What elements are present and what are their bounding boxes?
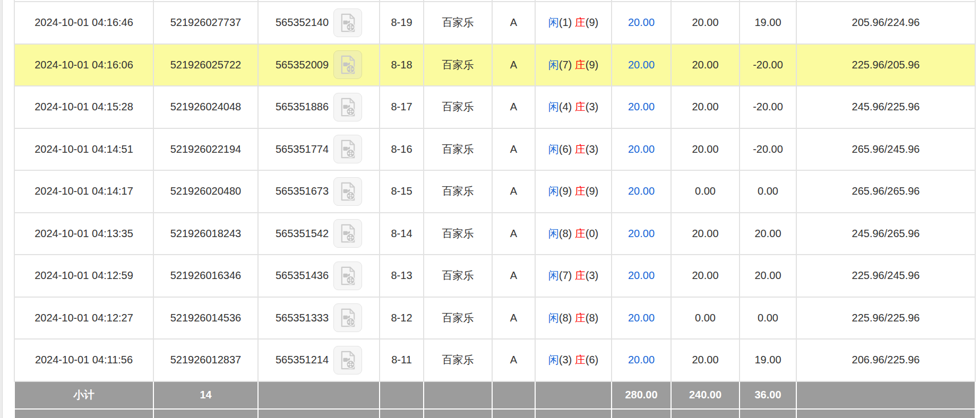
player-result-score: (7) [559,59,572,71]
winloss-cell: 19.00 [740,2,796,44]
game-id-text: 565352009 [276,59,329,71]
player-result-score: (4) [559,101,572,112]
player-result-label: 闲 [548,312,559,324]
record-row[interactable]: 2024-10-01 04:12:27521926014536565351333… [14,297,975,339]
video-replay-button[interactable] [333,93,362,121]
banker-result-label: 庄 [575,228,586,239]
game-id-cell: 565351673 [258,170,380,213]
game-id-group: 565351436 [259,262,379,290]
grade-cell: A [492,128,535,171]
game-id-cell: 565351436 [258,255,380,297]
record-row[interactable]: 2024-10-01 04:14:51521926022194565351774… [14,128,975,171]
video-replay-button[interactable] [333,303,362,332]
round-cell: 8-16 [380,128,424,171]
game-id-group: 565351886 [259,93,379,121]
bet-amount-link[interactable]: 20.00 [628,269,655,281]
balance-cell: 225.96/205.96 [796,44,975,86]
banker-result-label: 庄 [575,354,586,365]
player-result-score: (9) [559,185,572,197]
result-cell: 闲(7) 庄(3) [535,255,612,297]
video-replay-button[interactable] [333,8,362,37]
record-row[interactable]: 2024-10-01 04:14:17521926020480565351673… [14,170,975,213]
game-id-cell: 565351333 [258,297,380,339]
time-cell: 2024-10-01 04:15:28 [14,86,153,128]
game-id-text: 565351673 [276,185,329,197]
grade-cell: A [492,339,535,381]
video-replay-button[interactable] [333,135,362,163]
player-result-score: (3) [559,354,572,365]
time-cell: 2024-10-01 04:16:06 [14,44,153,86]
banker-result-label: 庄 [575,143,586,155]
bet-amount-cell: 20.00 [612,213,671,255]
bet-amount-link[interactable]: 20.00 [628,312,655,324]
banker-result-label: 庄 [575,59,586,71]
player-result-label: 闲 [548,228,559,239]
game-id-text: 565351542 [276,228,329,240]
video-replay-button[interactable] [333,50,362,79]
player-result-label: 闲 [548,354,559,365]
records-body: 2024-10-01 04:16:46521926027737565352140… [14,0,975,418]
record-row[interactable]: 2024-10-01 04:11:56521926012837565351214… [14,339,975,381]
bet-amount-cell: 20.00 [612,297,671,339]
valid-amount-cell: 0.00 [671,297,740,339]
result-cell: 闲(3) 庄(6) [535,339,612,381]
game-id-cell: 565351886 [258,86,380,128]
winloss-cell: 19.00 [740,339,796,381]
game-id-text: 565351774 [276,143,329,155]
record-row[interactable]: 2024-10-01 04:16:06521926025722565352009… [14,44,975,86]
round-cell: 8-11 [380,339,424,381]
player-result-score: (1) [559,16,572,28]
balance-cell: 206.96/225.96 [796,339,975,381]
balance-cell: 265.96/265.96 [796,170,975,213]
round-cell: 8-17 [380,86,424,128]
banker-result-score: (3) [586,143,598,155]
bet-amount-link[interactable]: 20.00 [628,185,655,197]
banker-result-label: 庄 [575,185,586,197]
result-cell: 闲(7) 庄(9) [535,44,612,86]
bet-amount-link[interactable]: 20.00 [628,143,655,155]
bet-amount-cell: 20.00 [612,339,671,381]
video-replay-button[interactable] [333,262,362,290]
records-table: 2024-10-01 04:16:46521926027737565352140… [14,0,976,418]
game-id-cell: 565352009 [258,44,380,86]
valid-amount-cell: 20.00 [671,128,740,171]
bet-amount-link[interactable]: 20.00 [628,354,655,365]
banker-result-score: (3) [586,101,598,112]
subtotal-empty-cell [796,381,975,409]
winloss-cell: 0.00 [740,297,796,339]
subtotal-empty-cell [380,381,424,409]
valid-amount-cell: 0.00 [671,170,740,213]
valid-amount-cell: 20.00 [671,339,740,381]
bet-amount-cell: 20.00 [612,44,671,86]
grade-cell: A [492,2,535,44]
banker-result-score: (9) [586,59,598,71]
bet-amount-link[interactable]: 20.00 [628,101,655,112]
bet-id-cell: 521926022194 [153,128,258,171]
subtotal-row: 小计 14 280.00 240.00 36.00 [14,381,975,409]
game-type-cell: 百家乐 [424,128,492,171]
record-row[interactable]: 2024-10-01 04:15:28521926024048565351886… [14,86,975,128]
game-id-group: 565351774 [259,135,379,163]
bet-amount-link[interactable]: 20.00 [628,16,655,28]
bet-amount-link[interactable]: 20.00 [628,59,655,71]
game-type-cell: 百家乐 [424,86,492,128]
video-file-icon [339,13,357,32]
record-row[interactable]: 2024-10-01 04:12:59521926016346565351436… [14,255,975,297]
record-row[interactable]: 2024-10-01 04:16:46521926027737565352140… [14,2,975,44]
video-replay-button[interactable] [333,219,362,248]
bet-amount-link[interactable]: 20.00 [628,228,655,239]
grade-cell: A [492,297,535,339]
bet-amount-cell: 20.00 [612,128,671,171]
record-row[interactable]: 2024-10-01 04:13:35521926018243565351542… [14,213,975,255]
game-id-text: 565351436 [276,269,329,282]
game-id-group: 565352140 [259,8,379,37]
result-cell: 闲(8) 庄(8) [535,297,612,339]
video-replay-button[interactable] [333,346,362,375]
game-id-group: 565351214 [259,346,379,375]
subtotal-count-cell: 14 [153,381,258,409]
video-replay-button[interactable] [333,177,362,206]
grade-cell: A [492,255,535,297]
valid-amount-cell: 20.00 [671,44,740,86]
bet-id-cell: 521926012837 [153,339,258,381]
game-type-cell: 百家乐 [424,255,492,297]
